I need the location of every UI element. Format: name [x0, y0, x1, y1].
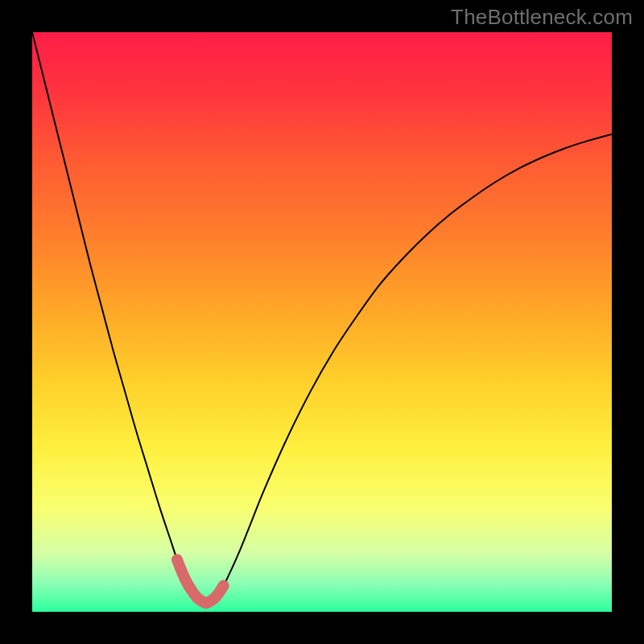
chart-frame: TheBottleneck.com [0, 0, 644, 644]
watermark-text: TheBottleneck.com [451, 5, 633, 30]
chart-svg [32, 32, 612, 612]
plot-area [32, 32, 612, 612]
gradient-background [32, 32, 612, 612]
